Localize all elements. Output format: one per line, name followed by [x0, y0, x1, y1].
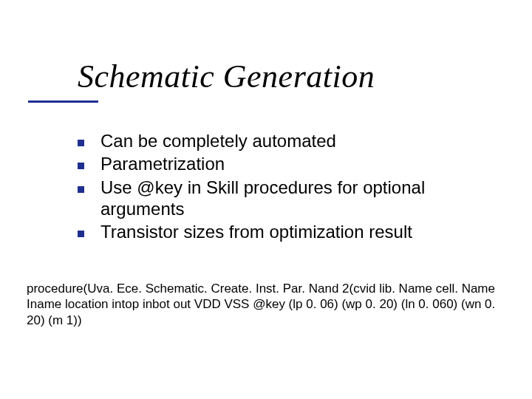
bullet-item: Transistor sizes from optimization resul…: [78, 221, 491, 242]
bullet-square-icon: [78, 140, 84, 146]
bullet-text: Parametrization: [100, 153, 225, 174]
bullet-text: Transistor sizes from optimization resul…: [100, 221, 412, 242]
title-underline: [28, 100, 98, 103]
bullet-item: Use @key in Skill procedures for optiona…: [78, 177, 491, 220]
bullet-text: Use @key in Skill procedures for optiona…: [100, 177, 491, 220]
procedure-code: procedure(Uva. Ece. Schematic. Create. I…: [27, 281, 507, 328]
bullet-square-icon: [78, 231, 84, 237]
slide-title: Schematic Generation: [78, 58, 375, 95]
slide: Schematic Generation Can be completely a…: [0, 0, 532, 399]
bullet-text: Can be completely automated: [100, 130, 336, 151]
bullet-item: Parametrization: [78, 153, 491, 174]
bullet-square-icon: [78, 163, 84, 169]
title-block: Schematic Generation: [78, 58, 375, 95]
bullet-item: Can be completely automated: [78, 130, 491, 151]
bullet-square-icon: [78, 186, 84, 193]
bullet-list: Can be completely automated Parametrizat…: [78, 130, 491, 244]
